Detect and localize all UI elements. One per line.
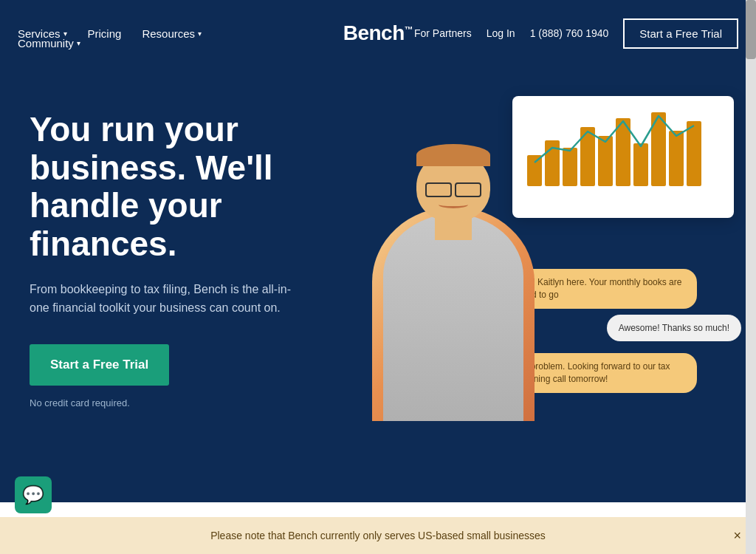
hero-section: You run your business. We'll handle your… <box>0 66 756 502</box>
logo-area[interactable]: Bench™ <box>343 21 413 45</box>
person-hair <box>416 144 490 166</box>
chart-bar-9 <box>669 131 684 186</box>
chat-bubble-3-wrapper: No problem. Looking forward to our tax p… <box>505 353 741 393</box>
hero-title: You run your business. We'll handle your… <box>30 111 340 263</box>
navbar: Services ▾ Pricing Resources ▾ Community… <box>0 0 756 66</box>
scrollbar-thumb[interactable] <box>746 0 756 59</box>
hero-visual: Hey! Kaitlyn here. Your monthly books ar… <box>357 96 734 406</box>
close-banner-button[interactable]: × <box>733 528 741 544</box>
scrollbar[interactable] <box>746 0 756 554</box>
person-smile <box>439 201 468 208</box>
resources-label: Resources <box>142 27 195 40</box>
hero-trial-button[interactable]: Start a Free Trial <box>30 344 169 386</box>
logo-text: Bench <box>343 21 405 44</box>
chart-bar-3 <box>563 148 577 186</box>
chat-container: Hey! Kaitlyn here. Your monthly books ar… <box>505 269 741 399</box>
nav-second-row: Community ▾ <box>18 37 80 49</box>
nav-item-resources[interactable]: Resources ▾ <box>142 27 202 40</box>
community-label: Community <box>18 37 74 49</box>
chart-bar-7 <box>633 143 648 186</box>
chat-bubble-2-wrapper: Awesome! Thanks so much! <box>505 315 741 348</box>
chat-bubble-1-wrapper: Hey! Kaitlyn here. Your monthly books ar… <box>505 269 741 309</box>
community-chevron-icon: ▾ <box>77 39 80 47</box>
services-chevron-icon: ▾ <box>63 30 67 38</box>
chat-bubble-2: Awesome! Thanks so much! <box>607 315 741 342</box>
nav-trial-button[interactable]: Start a Free Trial <box>623 18 738 49</box>
for-partners-link[interactable]: For Partners <box>414 27 472 39</box>
no-credit-text: No credit card required. <box>30 397 340 408</box>
phone-number[interactable]: 1 (888) 760 1940 <box>530 27 609 39</box>
nav-item-pricing[interactable]: Pricing <box>88 27 122 40</box>
chart-bar-10 <box>687 121 701 186</box>
person-area <box>372 140 535 421</box>
person-body <box>383 214 523 421</box>
chart-svg <box>521 105 725 186</box>
site-logo: Bench™ <box>343 21 413 44</box>
chart-area <box>521 105 725 186</box>
log-in-link[interactable]: Log In <box>487 27 515 39</box>
hero-subtitle: From bookkeeping to tax filing, Bench is… <box>30 281 310 318</box>
bottom-banner: Please note that Bench currently only se… <box>0 517 756 554</box>
pricing-label: Pricing <box>88 27 122 40</box>
chat-widget-icon: 💬 <box>22 485 44 505</box>
nav-right: For Partners Log In 1 (888) 760 1940 Sta… <box>414 18 738 49</box>
chat-widget-button[interactable]: 💬 <box>15 476 52 513</box>
hero-content: You run your business. We'll handle your… <box>30 111 340 408</box>
bottom-banner-text: Please note that Bench currently only se… <box>210 530 546 541</box>
dashboard-card <box>512 96 734 218</box>
person-glasses <box>425 182 481 197</box>
chart-bar-5 <box>598 136 613 186</box>
nav-item-community[interactable]: Community ▾ <box>18 37 80 49</box>
logo-tm: ™ <box>405 24 413 35</box>
resources-chevron-icon: ▾ <box>198 30 202 38</box>
